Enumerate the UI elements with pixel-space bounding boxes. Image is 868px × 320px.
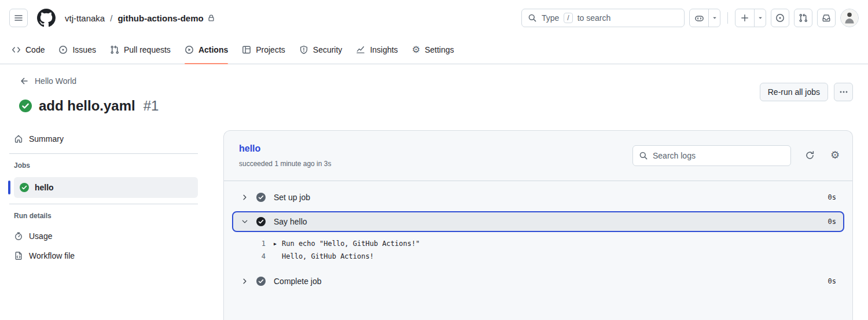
tab-settings[interactable]: ⚙ Settings bbox=[407, 36, 459, 64]
file-code-icon bbox=[14, 251, 23, 260]
sidebar-item-summary[interactable]: Summary bbox=[9, 130, 198, 148]
run-title-text: add hello.yaml bbox=[39, 98, 135, 114]
tab-label: Security bbox=[313, 45, 343, 54]
copilot-split-button bbox=[689, 9, 720, 27]
check-circle-icon bbox=[19, 100, 32, 112]
code-icon bbox=[12, 45, 21, 54]
tab-label: Actions bbox=[198, 45, 228, 54]
notifications-button[interactable] bbox=[817, 9, 836, 27]
gear-icon: ⚙ bbox=[412, 45, 420, 54]
step-row-complete-job[interactable]: Complete job 0s bbox=[232, 271, 844, 292]
gear-icon: ⚙ bbox=[830, 150, 840, 160]
header-divider bbox=[727, 12, 728, 24]
log-line[interactable]: 4 Hello, GitHub Actions! bbox=[232, 250, 844, 263]
check-circle-icon bbox=[256, 277, 266, 286]
more-options-button[interactable] bbox=[834, 83, 853, 101]
step-row-set-up-job[interactable]: Set up job 0s bbox=[232, 187, 844, 208]
tab-insights[interactable]: Insights bbox=[351, 36, 402, 64]
sidebar-item-label: Workflow file bbox=[29, 251, 75, 260]
breadcrumb-repo-name: github-actions-demo bbox=[117, 13, 203, 23]
breadcrumb-repo-link[interactable]: github-actions-demo bbox=[117, 13, 215, 23]
global-nav-menu-button[interactable] bbox=[9, 9, 28, 27]
run-details-section-heading: Run details bbox=[14, 212, 198, 220]
job-log-panel: hello succeeded 1 minute ago in 3s ⚙ Set… bbox=[223, 130, 853, 320]
run-header: Hello World add hello.yaml #1 Re-run all… bbox=[0, 64, 868, 129]
log-line-text: Hello, GitHub Actions! bbox=[282, 252, 374, 260]
sidebar-item-workflow-file[interactable]: Workflow file bbox=[9, 248, 198, 264]
check-circle-icon bbox=[256, 217, 266, 226]
breadcrumb-owner-link[interactable]: vtj-ttanaka bbox=[65, 13, 105, 23]
run-sidebar: Summary Jobs hello Run details Usage Wor… bbox=[9, 130, 198, 264]
step-duration: 0s bbox=[828, 277, 836, 285]
inbox-icon bbox=[822, 13, 831, 23]
step-name: Complete job bbox=[274, 277, 322, 286]
rerun-all-jobs-button[interactable]: Re-run all jobs bbox=[760, 83, 828, 101]
tab-label: Settings bbox=[425, 45, 454, 54]
tab-projects[interactable]: Projects bbox=[237, 36, 290, 64]
check-circle-icon bbox=[20, 183, 29, 192]
sidebar-item-usage[interactable]: Usage bbox=[9, 228, 198, 244]
tab-label: Pull requests bbox=[124, 45, 171, 54]
search-placeholder-prefix: Type bbox=[542, 13, 559, 23]
log-line[interactable]: 1 ▶ Run echo "Hello, GitHub Actions!" bbox=[232, 237, 844, 250]
copilot-button[interactable] bbox=[690, 9, 708, 27]
breadcrumb: vtj-ttanaka / github-actions-demo bbox=[65, 13, 215, 23]
tab-issues[interactable]: Issues bbox=[54, 36, 100, 64]
search-icon bbox=[639, 151, 648, 160]
breadcrumb-separator: / bbox=[110, 13, 112, 23]
back-to-workflow-link[interactable]: Hello World bbox=[20, 76, 76, 86]
chevron-right-icon bbox=[241, 194, 248, 201]
stopwatch-icon bbox=[14, 231, 23, 241]
copilot-dropdown-button[interactable] bbox=[708, 9, 720, 27]
search-icon bbox=[528, 13, 537, 23]
shield-icon bbox=[299, 45, 308, 54]
search-logs-box bbox=[632, 145, 791, 166]
step-duration: 0s bbox=[828, 218, 836, 226]
lock-icon bbox=[207, 14, 215, 22]
user-avatar[interactable] bbox=[840, 9, 859, 27]
create-new-split-button bbox=[735, 9, 766, 27]
steps-list: Set up job 0s Say hello 0s 1 ▶ Run echo … bbox=[224, 181, 852, 292]
job-list: hello bbox=[9, 177, 198, 198]
slash-key-hint: / bbox=[564, 13, 572, 23]
log-line-number: 1 bbox=[232, 240, 266, 248]
refresh-logs-button[interactable] bbox=[800, 146, 819, 164]
active-job-indicator bbox=[8, 181, 10, 194]
hamburger-icon bbox=[14, 13, 23, 23]
global-search-input[interactable]: Type / to search bbox=[521, 9, 685, 27]
your-issues-button[interactable] bbox=[771, 9, 789, 27]
job-title-link[interactable]: hello bbox=[239, 144, 260, 154]
global-header-actions: Type / to search bbox=[521, 9, 859, 27]
github-logo-icon[interactable] bbox=[37, 9, 56, 27]
run-actions: Re-run all jobs bbox=[760, 83, 853, 101]
search-logs-input[interactable] bbox=[653, 151, 785, 160]
arrow-left-icon bbox=[20, 76, 29, 86]
step-log-output: 1 ▶ Run echo "Hello, GitHub Actions!" 4 … bbox=[232, 237, 844, 263]
log-settings-button[interactable]: ⚙ bbox=[826, 146, 844, 164]
sidebar-item-label: Summary bbox=[29, 134, 64, 144]
run-number: #1 bbox=[144, 98, 159, 114]
tab-code[interactable]: Code bbox=[7, 36, 49, 64]
sidebar-divider bbox=[9, 153, 198, 154]
back-label: Hello World bbox=[35, 76, 76, 86]
issue-opened-icon bbox=[58, 45, 68, 54]
create-new-dropdown-button[interactable] bbox=[754, 9, 766, 27]
tab-pull-requests[interactable]: Pull requests bbox=[105, 36, 175, 64]
create-new-button[interactable] bbox=[735, 9, 754, 27]
chevron-down-icon bbox=[712, 15, 718, 21]
tab-label: Issues bbox=[72, 45, 95, 54]
graph-icon bbox=[356, 45, 365, 54]
your-pull-requests-button[interactable] bbox=[794, 9, 812, 27]
step-name: Say hello bbox=[274, 217, 307, 226]
check-circle-icon bbox=[256, 193, 266, 202]
job-name: hello bbox=[35, 183, 54, 192]
tab-actions[interactable]: Actions bbox=[180, 36, 233, 64]
sync-icon bbox=[805, 150, 815, 160]
copilot-icon bbox=[694, 13, 704, 23]
chevron-down-icon bbox=[757, 15, 763, 21]
sidebar-job-hello[interactable]: hello bbox=[14, 177, 198, 198]
tab-security[interactable]: Security bbox=[295, 36, 347, 64]
step-row-say-hello[interactable]: Say hello 0s bbox=[232, 211, 844, 232]
log-expand-arrow-icon[interactable]: ▶ bbox=[274, 241, 278, 247]
kebab-horizontal-icon bbox=[839, 87, 848, 97]
